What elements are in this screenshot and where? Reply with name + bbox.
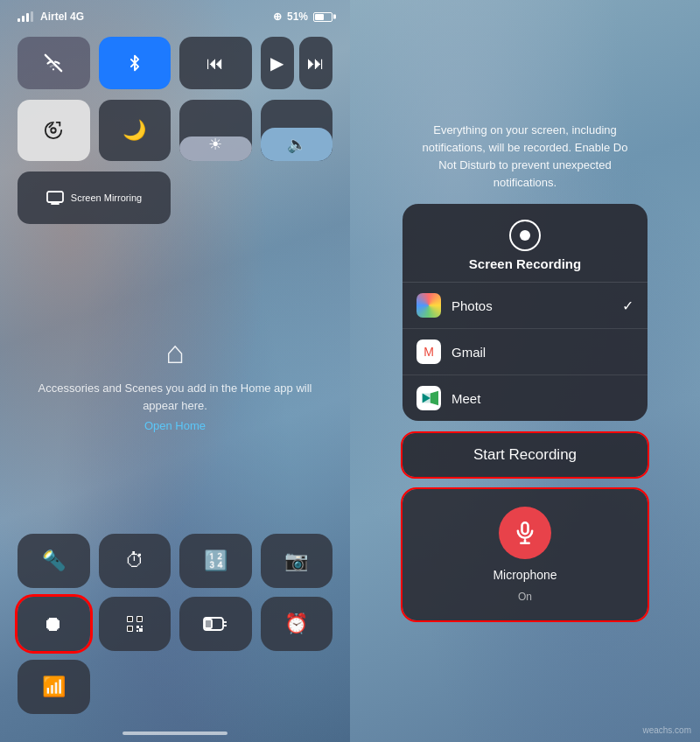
play-fastforward-group: ▶ ⏭ xyxy=(261,37,333,89)
qr-scanner-button[interactable] xyxy=(99,597,172,651)
battery-case-button[interactable] xyxy=(179,597,252,651)
top-row: ⏮ ▶ ⏭ xyxy=(18,37,332,89)
signal-bars xyxy=(18,11,33,22)
bottom-grid: 🔦 ⏱ 🔢 📷 ⏺ xyxy=(0,534,350,732)
carrier-name: Airtel 4G xyxy=(40,10,84,23)
watermark: weachs.com xyxy=(642,725,691,735)
meet-icon xyxy=(416,386,441,410)
status-right: ⊕ 51% xyxy=(273,10,332,23)
home-bar xyxy=(122,732,228,735)
bottom-row-2: ⏺ xyxy=(18,597,332,651)
signal-bar-3 xyxy=(26,13,29,22)
microphone-label: Microphone xyxy=(493,568,556,582)
battery-percent: 51% xyxy=(287,10,308,23)
volume-slider[interactable]: 🔈 xyxy=(261,100,333,161)
volume-icon: 🔈 xyxy=(287,135,306,154)
sr-gmail-item[interactable]: M Gmail xyxy=(402,329,648,375)
bottom-row-3: 📶 xyxy=(18,660,332,714)
right-content: Everything on your screen, including not… xyxy=(368,122,682,621)
brightness-slider[interactable]: ☀ xyxy=(179,100,252,161)
empty-cell xyxy=(179,172,332,224)
screen-mirroring-row: Screen Mirroring xyxy=(18,172,332,224)
empty-2 xyxy=(179,660,252,714)
svg-rect-9 xyxy=(128,626,132,631)
screen-recording-panel: Screen Recording Photos ✓ M Gmail xyxy=(402,204,648,421)
home-description: Accessories and Scenes you add in the Ho… xyxy=(26,380,324,414)
home-section: ⌂ Accessories and Scenes you add in the … xyxy=(0,233,350,534)
status-left: Airtel 4G xyxy=(18,10,84,23)
battery-fill xyxy=(315,14,324,20)
start-recording-label: Start Recording xyxy=(473,446,577,464)
rotation-lock-button[interactable] xyxy=(18,100,90,161)
nfc-button[interactable]: 📶 xyxy=(18,660,90,714)
screen-mirroring-label: Screen Mirroring xyxy=(71,192,142,203)
wifi-off-button[interactable] xyxy=(18,37,90,89)
svg-rect-11 xyxy=(141,626,143,627)
rewind-button[interactable]: ⏮ xyxy=(179,37,252,89)
screen-record-button[interactable]: ⏺ xyxy=(18,597,90,651)
svg-rect-3 xyxy=(47,192,63,202)
left-panel: Airtel 4G ⊕ 51% xyxy=(0,0,350,742)
signal-bar-2 xyxy=(22,16,24,22)
fastforward-button[interactable]: ⏭ xyxy=(299,37,332,89)
timer-button[interactable]: ⏱ xyxy=(99,534,172,588)
camera-button[interactable]: 📷 xyxy=(261,534,333,588)
bottom-row-1: 🔦 ⏱ 🔢 📷 xyxy=(18,534,332,588)
flashlight-button[interactable]: 🔦 xyxy=(18,534,90,588)
svg-point-1 xyxy=(52,128,57,133)
play-button[interactable]: ▶ xyxy=(261,37,294,89)
empty-3 xyxy=(261,660,333,714)
control-center-grid: ⏮ ▶ ⏭ 🌙 xyxy=(0,28,350,233)
record-dot xyxy=(520,230,530,241)
calculator-button[interactable]: 🔢 xyxy=(179,534,252,588)
sr-photos-item[interactable]: Photos ✓ xyxy=(402,283,648,329)
open-home-link[interactable]: Open Home xyxy=(144,419,206,432)
microphone-button[interactable] xyxy=(499,507,551,559)
gmail-label: Gmail xyxy=(452,345,634,360)
gmail-icon: M xyxy=(416,340,441,364)
photos-check: ✓ xyxy=(622,298,634,314)
battery-icon xyxy=(313,12,332,22)
photos-icon xyxy=(416,293,441,318)
stopwatch-button[interactable]: ⏰ xyxy=(261,597,333,651)
microphone-icon xyxy=(513,521,537,545)
sr-meet-item[interactable]: Meet xyxy=(402,375,648,421)
home-indicator xyxy=(0,732,350,742)
brightness-icon: ☀ xyxy=(208,135,222,154)
sr-header: Screen Recording xyxy=(402,204,648,283)
microphone-section: Microphone On xyxy=(402,489,648,620)
start-recording-button[interactable]: Start Recording xyxy=(402,433,648,477)
svg-rect-5 xyxy=(128,617,132,621)
signal-bar-1 xyxy=(18,18,20,22)
svg-rect-12 xyxy=(136,630,138,632)
home-icon: ⌂ xyxy=(165,334,185,371)
do-not-disturb-button[interactable]: 🌙 xyxy=(99,100,172,161)
sr-app-list: Photos ✓ M Gmail Meet xyxy=(402,283,648,421)
svg-line-2 xyxy=(50,124,53,128)
bluetooth-button[interactable] xyxy=(99,37,172,89)
info-text: Everything on your screen, including not… xyxy=(411,122,639,192)
meet-label: Meet xyxy=(452,391,634,406)
svg-rect-13 xyxy=(139,628,143,632)
svg-rect-18 xyxy=(522,523,528,535)
location-icon: ⊕ xyxy=(273,10,282,23)
status-bar: Airtel 4G ⊕ 51% xyxy=(0,0,350,28)
signal-bar-4 xyxy=(31,11,33,22)
microphone-status: On xyxy=(518,591,532,603)
screen-mirroring-button[interactable]: Screen Mirroring xyxy=(18,172,171,224)
sr-title: Screen Recording xyxy=(469,256,581,271)
record-icon xyxy=(509,220,541,251)
empty-1 xyxy=(99,660,172,714)
svg-rect-10 xyxy=(136,626,139,628)
second-row: 🌙 ☀ 🔈 xyxy=(18,100,332,161)
svg-rect-17 xyxy=(205,620,212,628)
right-panel: Everything on your screen, including not… xyxy=(350,0,700,742)
photos-label: Photos xyxy=(452,298,612,313)
svg-rect-7 xyxy=(137,617,142,621)
